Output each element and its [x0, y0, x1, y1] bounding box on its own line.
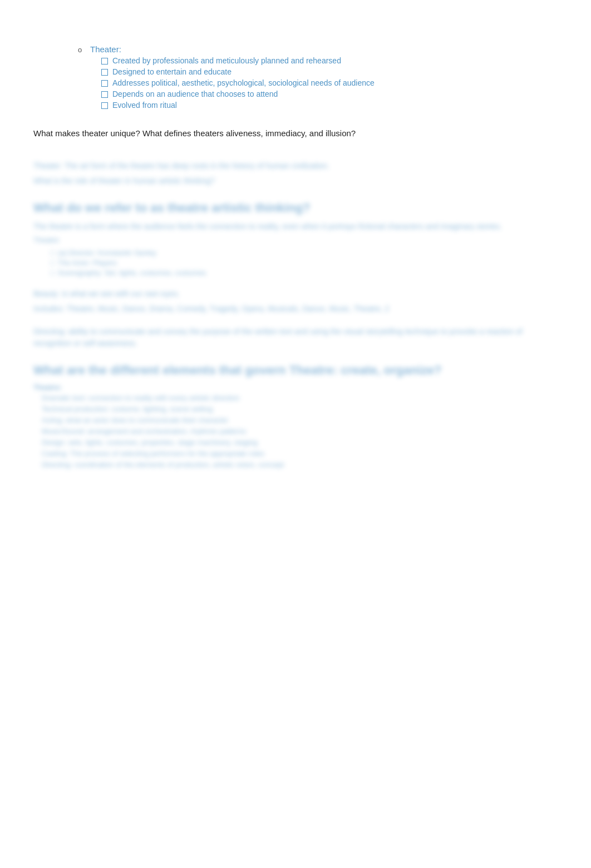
blurred-outer-list: Dramatic text: connection to reality wit…: [33, 394, 558, 469]
blurred-heading-section: What do we refer to as theatre artistic …: [33, 201, 558, 215]
blurred-list-item: Technical production: costume, lighting,…: [42, 405, 558, 413]
item-text-2: Designed to entertain and educate: [112, 67, 232, 76]
theater-content: Theater: Created by professionals and me…: [90, 44, 375, 112]
blurred-list-item: □ Scenography: Set, lights, costumes, co…: [50, 269, 558, 277]
list-item: Designed to entertain and educate: [101, 67, 375, 76]
blurred-list-item: Dramatic text: connection to reality wit…: [42, 394, 558, 402]
blurred-sub1-text: (a) Director: Konstantin Sanley: [58, 249, 156, 257]
blurred-list-item: Casting: The process of selecting perfor…: [42, 449, 558, 458]
blurred-sub1: Theatre:: [33, 236, 558, 244]
inner-bullet-icon: [101, 58, 108, 65]
blurred-intro-text2: What is the role of theater in human art…: [33, 175, 558, 187]
inner-bullet-icon: [101, 102, 108, 109]
list-item: Addresses political, aesthetic, psycholo…: [101, 78, 375, 87]
list-item: Depends on an audience that chooses to a…: [101, 90, 375, 98]
blurred-list-item: □ The Actor: Players: [50, 259, 558, 267]
blurred-body1-block: The theatre is a form where the audience…: [33, 221, 558, 277]
item-text-1: Created by professionals and meticulousl…: [112, 56, 341, 65]
inner-bullet-icon: [101, 91, 108, 98]
blurred-body3: Includes: Theatre, Music, Dance, Drama, …: [33, 303, 558, 315]
list-item: Evolved from ritual: [101, 101, 375, 110]
bullet-o: o: [78, 46, 83, 54]
blurred-list-item: Directing: coordination of the elements …: [42, 460, 558, 469]
blurred-body4-block: Directing: ability to communicate and co…: [33, 326, 558, 349]
theater-item: o Theater: Created by professionals and …: [78, 44, 558, 112]
inner-bullet-icon: [101, 69, 108, 76]
outer-list: o Theater: Created by professionals and …: [78, 44, 558, 112]
item-text-3: Addresses political, aesthetic, psycholo…: [112, 78, 375, 87]
list-item: Created by professionals and meticulousl…: [101, 56, 375, 65]
theater-label: Theater:: [90, 44, 121, 54]
blurred-list-block: Dramatic text: connection to reality wit…: [33, 394, 558, 469]
inner-list: Created by professionals and meticulousl…: [90, 56, 375, 110]
blurred-body4: Directing: ability to communicate and co…: [33, 326, 558, 349]
blurred-body1: The theatre is a form where the audience…: [33, 221, 558, 232]
item-text-5: Evolved from ritual: [112, 101, 177, 110]
blurred-list-item: □ (a) Director: Konstantin Sanley: [50, 249, 558, 257]
blurred-heading-1: What do we refer to as theatre artistic …: [33, 201, 558, 215]
inner-bullet-icon: [101, 80, 108, 87]
blurred-section: Theater: The art form of the theatre has…: [33, 160, 558, 469]
blurred-bullet: □: [50, 269, 55, 277]
item-text-4: Depends on an audience that chooses to a…: [112, 90, 278, 98]
blurred-bullet: □: [50, 249, 55, 257]
blurred-heading-2: What are the different elements that gov…: [33, 363, 558, 378]
paragraph-section: What makes theater unique? What defines …: [33, 128, 558, 138]
blurred-bullet: □: [50, 259, 55, 267]
blurred-body2: Beauty: is what we see with our own eyes…: [33, 288, 558, 300]
blurred-sub2-text: The Actor: Players: [58, 259, 117, 267]
blurred-body2-block: Beauty: is what we see with our own eyes…: [33, 288, 558, 315]
blurred-list-item: Design: sets, lights, costumes, properti…: [42, 438, 558, 447]
blurred-heading2-section: What are the different elements that gov…: [33, 363, 558, 391]
blurred-sub-heading2: Theatre:: [33, 383, 558, 391]
top-section: o Theater: Created by professionals and …: [33, 44, 558, 112]
blurred-list-item: Music/Sound: arrangement and orchestrati…: [42, 427, 558, 435]
main-paragraph: What makes theater unique? What defines …: [33, 128, 558, 138]
blurred-list-item: Acting: what an actor does to communicat…: [42, 416, 558, 424]
blurred-inner-list: □ (a) Director: Konstantin Sanley □ The …: [33, 249, 558, 277]
blurred-intro-text: Theater: The art form of the theatre has…: [33, 160, 558, 172]
blurred-sub3-text: Scenography: Set, lights, costumes, cost…: [58, 269, 206, 277]
blurred-intro-block: Theater: The art form of the theatre has…: [33, 160, 558, 187]
